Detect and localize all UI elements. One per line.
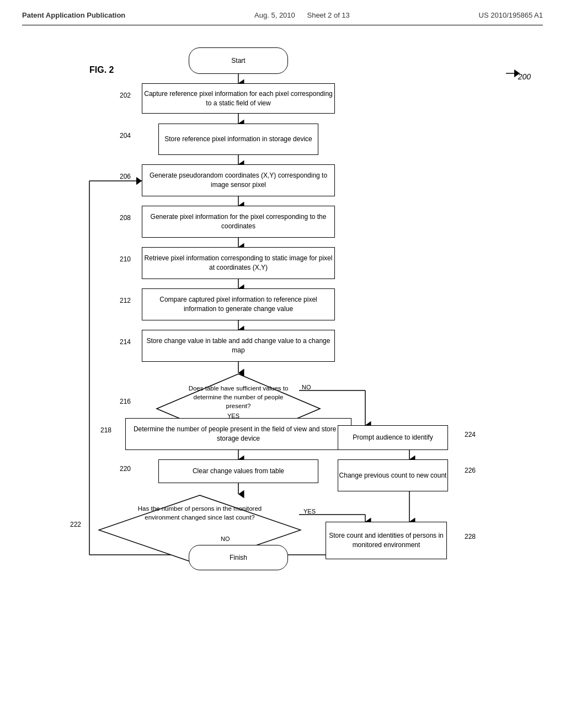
label-206: 206: [120, 173, 131, 180]
step-206: Generate pseudorandom coordinates (X,Y) …: [142, 164, 335, 196]
step-210-label: Retrieve pixel information corresponding…: [142, 254, 334, 272]
finish-label: Finish: [230, 553, 247, 563]
step-204: Store reference pixel information in sto…: [158, 124, 318, 155]
label-208: 208: [120, 214, 131, 222]
no-216-label: NO: [302, 384, 311, 390]
fig-label: FIG. 2: [89, 65, 114, 75]
diagram-num-arrow: [489, 65, 523, 82]
label-212: 212: [120, 297, 131, 304]
header-right: US 2010/195865 A1: [479, 11, 543, 19]
label-218: 218: [100, 426, 111, 434]
step-210: Retrieve pixel information corresponding…: [142, 247, 335, 279]
sheet-info: Sheet 2 of 13: [307, 11, 349, 19]
finish-node: Finish: [189, 545, 288, 570]
step-218-label: Determine the number of people present i…: [126, 425, 351, 443]
step-212-label: Compare captured pixel information to re…: [142, 295, 334, 314]
step-224-label: Prompt audience to identify: [353, 433, 433, 442]
yes-222-label: YES: [303, 508, 316, 515]
step-228: Store count and identities of persons in…: [326, 522, 447, 559]
label-226: 226: [465, 467, 476, 474]
label-228: 228: [465, 533, 476, 540]
page: Patent Application Publication Aug. 5, 2…: [0, 0, 565, 728]
header-center: Aug. 5, 2010 Sheet 2 of 13: [254, 11, 350, 19]
step-202: Capture reference pixel information for …: [142, 83, 335, 114]
patent-number: US 2010/195865 A1: [479, 11, 543, 19]
step-218: Determine the number of people present i…: [125, 418, 351, 450]
step-226-label: Change previous count to new count: [339, 471, 447, 480]
step-212: Compare captured pixel information to re…: [142, 288, 335, 320]
label-220: 220: [120, 465, 131, 473]
step-214-label: Store change value in table and add chan…: [142, 336, 334, 355]
publication-label: Patent Application Publication: [22, 11, 125, 19]
pub-date: Aug. 5, 2010: [254, 11, 295, 19]
start-label: Start: [231, 56, 245, 66]
step-206-label: Generate pseudorandom coordinates (X,Y) …: [142, 171, 334, 190]
step-220: Clear change values from table: [158, 459, 318, 483]
label-210: 210: [120, 255, 131, 263]
label-216: 216: [120, 398, 131, 405]
label-202: 202: [120, 92, 131, 99]
label-204: 204: [120, 132, 131, 140]
step-208-label: Generate pixel information for the pixel…: [142, 212, 334, 231]
label-222: 222: [70, 521, 81, 528]
step-204-label: Store reference pixel information in sto…: [164, 135, 312, 144]
step-224: Prompt audience to identify: [338, 425, 448, 450]
label-214: 214: [120, 338, 131, 346]
no-222-label: NO: [221, 536, 230, 542]
step-208: Generate pixel information for the pixel…: [142, 206, 335, 238]
page-header: Patent Application Publication Aug. 5, 2…: [22, 11, 543, 25]
header-left: Patent Application Publication: [22, 11, 125, 19]
step-228-label: Store count and identities of persons in…: [326, 531, 446, 550]
step-220-label: Clear change values from table: [193, 467, 284, 476]
label-224: 224: [465, 431, 476, 438]
step-214: Store change value in table and add chan…: [142, 330, 335, 362]
step-202-label: Capture reference pixel information for …: [142, 89, 334, 108]
start-node: Start: [189, 47, 288, 74]
step-226: Change previous count to new count: [338, 459, 448, 491]
